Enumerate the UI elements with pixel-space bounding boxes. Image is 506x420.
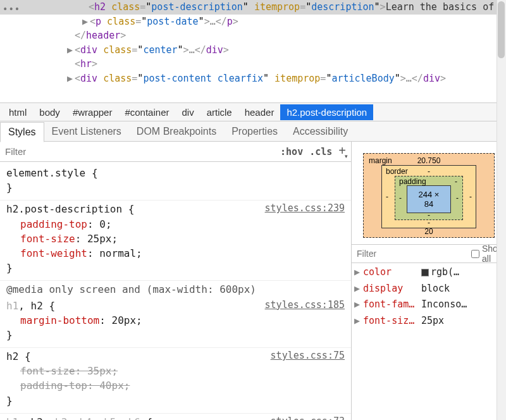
source-link[interactable]: styles.css:73 xyxy=(271,415,345,420)
source-link[interactable]: styles.css:185 xyxy=(265,299,345,312)
tab-accessibility[interactable]: Accessibility xyxy=(285,122,355,141)
border-left-value: - xyxy=(386,192,388,201)
lower-panes: :hov .cls + ▾ element.style {}styles.css… xyxy=(0,142,506,420)
breadcrumb-item[interactable]: #container xyxy=(118,104,175,120)
breadcrumb-item[interactable]: article xyxy=(201,104,238,120)
padding-bottom-value: - xyxy=(428,211,430,219)
tab-event-listeners[interactable]: Event Listeners xyxy=(44,122,129,141)
media-query: @media only screen and (max-width: 600px… xyxy=(0,281,351,297)
computed-filter-input[interactable] xyxy=(357,249,467,259)
computed-property-row[interactable]: ▶displayblock xyxy=(354,281,503,297)
expand-arrow-icon[interactable]: ▶ xyxy=(354,313,363,330)
tab-styles[interactable]: Styles xyxy=(0,122,44,142)
show-all-checkbox[interactable] xyxy=(471,250,479,258)
computed-pane: margin 20.750 20 border - - - - padding … xyxy=(352,142,506,420)
breadcrumb-item[interactable]: #wrapper xyxy=(66,104,119,120)
breadcrumb: htmlbody#wrapper#containerdivarticlehead… xyxy=(0,102,506,121)
style-property[interactable]: padding-top: 0; xyxy=(6,217,345,232)
source-link[interactable]: styles.css:239 xyxy=(265,202,345,216)
computed-property-row[interactable]: ▶font-siz…25px xyxy=(354,313,503,330)
border-top-value: - xyxy=(428,167,430,176)
breadcrumb-item[interactable]: body xyxy=(33,104,66,120)
style-property[interactable]: font-size: 25px; xyxy=(6,232,345,246)
styles-pane: :hov .cls + ▾ element.style {}styles.css… xyxy=(0,142,352,420)
dom-node-line[interactable]: </header> xyxy=(0,28,506,43)
dom-node-line[interactable]: ▶<p class="post-date">…</p> xyxy=(0,15,506,29)
scrollbar-thumb[interactable] xyxy=(498,1,505,58)
box-model-content[interactable]: 244 × 84 xyxy=(407,185,451,213)
tab-dom-breakpoints[interactable]: DOM Breakpoints xyxy=(129,122,224,141)
more-options-icon[interactable]: ••• xyxy=(3,4,20,14)
expand-arrow-icon[interactable]: ▶ xyxy=(354,281,363,297)
source-link[interactable]: styles.css:75 xyxy=(271,349,345,363)
style-rules-list: element.style {}styles.css:239h2.post-de… xyxy=(0,162,351,420)
styles-tabstrip: StylesEvent ListenersDOM BreakpointsProp… xyxy=(0,121,506,142)
computed-property-row[interactable]: ▶colorrgb(… xyxy=(354,264,503,281)
expand-arrow-icon[interactable]: ▶ xyxy=(354,264,363,281)
dom-node-line[interactable]: <hr> xyxy=(0,57,506,71)
padding-label: padding xyxy=(399,177,426,186)
style-rule[interactable]: styles.css:185h1, h2 {margin-bottom: 20p… xyxy=(0,297,351,349)
border-label: border xyxy=(386,167,408,176)
breadcrumb-item[interactable]: html xyxy=(3,104,33,120)
vertical-scrollbar[interactable] xyxy=(497,0,506,420)
computed-property-row[interactable]: ▶font-fam…Inconso… xyxy=(354,297,503,313)
box-model-margin[interactable]: margin 20.750 20 border - - - - padding … xyxy=(363,153,495,238)
margin-label: margin xyxy=(369,156,392,165)
style-property[interactable]: margin-bottom: 20px; xyxy=(6,313,345,328)
style-rule[interactable]: element.style {} xyxy=(0,164,351,201)
padding-right-value: - xyxy=(456,194,459,202)
breadcrumb-item[interactable]: div xyxy=(175,104,200,120)
box-model-padding[interactable]: padding - - - - 244 × 84 xyxy=(395,176,463,220)
expand-arrow-icon[interactable]: ▶ xyxy=(67,71,75,86)
expand-arrow-icon[interactable]: ▶ xyxy=(354,297,363,313)
padding-left-value: - xyxy=(399,194,402,202)
styles-toolbar: :hov .cls + ▾ xyxy=(0,142,351,162)
style-rule[interactable]: styles.css:239h2.post-description {paddi… xyxy=(0,201,351,281)
toggle-class-button[interactable]: .cls xyxy=(309,146,332,158)
box-model-border[interactable]: border - - - - padding - - - - 244 × 84 xyxy=(381,165,476,228)
style-property[interactable]: padding-top: 40px; xyxy=(6,378,345,393)
style-rule[interactable]: styles.css:75h2 {font-size: 35px;padding… xyxy=(0,348,351,414)
breadcrumb-item[interactable]: h2.post-description xyxy=(280,104,373,120)
expand-arrow-icon[interactable]: ▶ xyxy=(82,15,90,29)
expand-arrow-icon[interactable]: ▶ xyxy=(67,43,75,58)
border-right-value: - xyxy=(469,192,472,201)
breadcrumb-item[interactable]: header xyxy=(238,104,281,120)
padding-top-value: - xyxy=(455,177,457,186)
toggle-hover-button[interactable]: :hov xyxy=(280,146,303,158)
computed-properties-list: ▶colorrgb(…▶displayblock▶font-fam…Incons… xyxy=(352,263,506,330)
new-style-rule-button[interactable]: + ▾ xyxy=(332,144,346,159)
margin-bottom-value: 20 xyxy=(424,227,433,236)
tab-properties[interactable]: Properties xyxy=(224,122,285,141)
margin-top-value: 20.750 xyxy=(417,156,441,165)
style-property[interactable]: font-weight: normal; xyxy=(6,246,345,261)
color-swatch[interactable] xyxy=(421,269,429,276)
dom-tree-panel: <h2 class="post-description" itemprop="d… xyxy=(0,0,506,102)
box-model: margin 20.750 20 border - - - - padding … xyxy=(352,142,506,244)
dom-node-line[interactable]: ▶<div class="post-content clearfix" item… xyxy=(0,71,506,86)
style-rule[interactable]: styles.css:73h1, h2, h3, h4, h5, h6 {} xyxy=(0,414,351,420)
computed-toolbar: Show all xyxy=(352,244,506,263)
styles-filter-input[interactable] xyxy=(5,146,274,157)
dom-node-line[interactable]: <h2 class="post-description" itemprop="d… xyxy=(0,0,506,15)
chevron-down-icon: ▾ xyxy=(345,153,348,159)
dom-node-line[interactable]: ▶<div class="center">…</div> xyxy=(0,43,506,58)
style-property[interactable]: font-size: 35px; xyxy=(6,364,345,378)
